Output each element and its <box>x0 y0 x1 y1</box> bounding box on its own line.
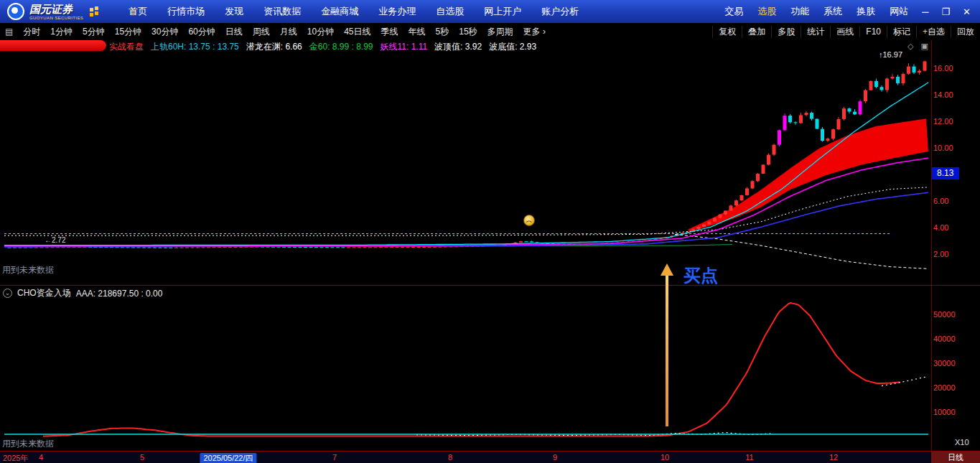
axis-tick-7: 7 <box>332 453 337 462</box>
current-price-badge: 8.13 <box>931 167 959 179</box>
tool-item-叠加[interactable]: 叠加 <box>742 26 771 38</box>
brand-name: 国元证券 <box>29 4 83 14</box>
nav-item-金融商城[interactable]: 金融商城 <box>311 5 368 18</box>
tool-item-标记[interactable]: 标记 <box>887 26 916 38</box>
indicator-value-0: 实战看盘 <box>109 42 144 52</box>
axis-tick-11: 11 <box>745 453 753 462</box>
period-item-30分钟[interactable]: 30分钟 <box>146 26 183 38</box>
period-item-日线[interactable]: 日线 <box>220 26 248 38</box>
right-nav-item-功能[interactable]: 功能 <box>783 5 816 18</box>
cho-toggle-icon[interactable]: ⌄ <box>3 289 12 298</box>
period-item-月线[interactable]: 月线 <box>275 26 302 38</box>
period-item-分时[interactable]: 分时 <box>18 26 45 38</box>
period-item-周线[interactable]: 周线 <box>248 26 275 38</box>
right-nav-item-系统[interactable]: 系统 <box>816 5 849 18</box>
period-toolbar: ▤ 分时1分钟5分钟15分钟30分钟60分钟日线周线月线10分钟45日线季线年线… <box>0 23 980 41</box>
right-nav-item-选股[interactable]: 选股 <box>750 5 783 18</box>
period-item-1分钟[interactable]: 1分钟 <box>45 26 78 38</box>
axis-tick-12: 12 <box>829 453 838 462</box>
tool-item-F10[interactable]: F10 <box>859 27 887 37</box>
titlebar: 国元证券 GUOYUAN SECURITIES 首页行情市场发现资讯数据金融商城… <box>0 0 980 23</box>
tool-item-多股[interactable]: 多股 <box>771 26 801 38</box>
tool-item-统计[interactable]: 统计 <box>801 26 830 38</box>
brand-subtitle: GUOYUAN SECURITIES <box>29 16 83 20</box>
axis-tick-4: 4 <box>39 453 43 462</box>
main-nav: 首页行情市场发现资讯数据金融商城业务办理自选股网上开户账户分析 <box>118 5 589 18</box>
price-tick-12.00: 12.00 <box>933 117 975 126</box>
main-chart-panel[interactable]: 实战看盘上轨60H: 13.75 : 13.75潜龙在渊: 6.66金60: 8… <box>0 40 980 285</box>
tool-item-回放[interactable]: 回放 <box>951 26 980 38</box>
axis-separator-line <box>931 40 932 451</box>
right-nav-item-网站[interactable]: 网站 <box>882 5 915 18</box>
period-item-年线[interactable]: 年线 <box>403 26 431 38</box>
cho-tick-20000: 20000 <box>933 383 975 392</box>
right-nav-item-交易[interactable]: 交易 <box>717 5 750 18</box>
maximize-button[interactable]: ❐ <box>935 6 956 17</box>
chart-corner-icons: ◇ ▣ <box>902 42 928 51</box>
cho-tick-40000: 40000 <box>933 335 975 343</box>
period-item-15分钟[interactable]: 15分钟 <box>110 26 146 38</box>
time-axis-bar: 2025年 452025/05/22/四789101112 日线 <box>0 451 980 463</box>
brand: 国元证券 GUOYUAN SECURITIES <box>0 3 107 20</box>
minimize-button[interactable]: ─ <box>915 6 935 17</box>
document-icon[interactable]: ▤ <box>0 27 18 37</box>
period-item-5秒[interactable]: 5秒 <box>431 26 454 38</box>
indicator-value-5: 波顶值: 3.92 <box>434 42 482 52</box>
axis-year-label: 2025年 <box>3 453 28 463</box>
right-nav: 交易选股功能系统换肤网站 <box>717 5 915 18</box>
indicator-value-4: 妖线11: 1.11 <box>381 42 428 52</box>
close-button[interactable]: ✕ <box>956 6 977 17</box>
future-data-note-cho: 用到未来数据 <box>2 438 54 450</box>
cho-chart-canvas[interactable] <box>0 286 980 452</box>
period-item-15秒[interactable]: 15秒 <box>454 26 482 38</box>
nav-item-资讯数据[interactable]: 资讯数据 <box>253 5 311 18</box>
period-item-更多 ›[interactable]: 更多 › <box>518 26 551 38</box>
period-item-多周期[interactable]: 多周期 <box>482 26 518 38</box>
cho-indicator-panel[interactable]: ⌄ CHO资金入场 AAA: 218697.50 : 0.00 50000400… <box>0 285 980 451</box>
period-item-60分钟[interactable]: 60分钟 <box>183 26 220 38</box>
price-tick-14.00: 14.00 <box>933 90 975 99</box>
period-item-季线[interactable]: 季线 <box>376 26 403 38</box>
period-item-5分钟[interactable]: 5分钟 <box>78 26 110 38</box>
cho-header: ⌄ CHO资金入场 AAA: 218697.50 : 0.00 <box>3 287 162 299</box>
price-tick-10.00: 10.00 <box>933 144 975 152</box>
nav-item-业务办理[interactable]: 业务办理 <box>368 5 426 18</box>
buy-point-arrow-line <box>666 276 668 426</box>
period-item-45日线[interactable]: 45日线 <box>339 26 375 38</box>
price-tick-16.00: 16.00 <box>933 64 975 73</box>
axis-tick-10: 10 <box>661 453 669 462</box>
nav-item-发现[interactable]: 发现 <box>215 5 253 18</box>
panel-layout-icon[interactable]: ▣ <box>921 42 928 50</box>
axis-tick-5: 5 <box>140 453 144 462</box>
indicator-header: 实战看盘上轨60H: 13.75 : 13.75潜龙在渊: 6.66金60: 8… <box>109 41 543 53</box>
tool-item-复权[interactable]: 复权 <box>712 26 742 38</box>
price-chart-canvas[interactable] <box>0 40 980 285</box>
axis-tick-2025/05/22/四[interactable]: 2025/05/22/四 <box>200 453 256 463</box>
right-nav-item-换肤[interactable]: 换肤 <box>849 5 882 18</box>
tool-item-画线[interactable]: 画线 <box>830 26 859 38</box>
indicator-value-2: 潜龙在渊: 6.66 <box>246 42 302 52</box>
period-item-10分钟[interactable]: 10分钟 <box>302 26 339 38</box>
tool-item-+自选[interactable]: +自选 <box>916 26 951 38</box>
cho-scale-label: X10 <box>955 438 969 446</box>
buy-point-label: 买点 <box>683 264 718 287</box>
nav-item-账户分析[interactable]: 账户分析 <box>531 5 589 18</box>
diamond-icon[interactable]: ◇ <box>907 42 913 50</box>
high-price-label: ↑16.97 <box>879 50 902 59</box>
indicator-value-6: 波底值: 2.93 <box>489 42 536 52</box>
future-data-note-main: 用到未来数据 <box>2 264 54 276</box>
cho-tick-10000: 10000 <box>933 408 975 416</box>
indicator-value-3: 金60: 8.99 : 8.99 <box>309 42 373 52</box>
window-controls: ─ ❐ ✕ <box>915 6 977 17</box>
buy-point-arrow-icon <box>661 263 673 276</box>
coin-marker-icon[interactable]: ︿ <box>523 215 535 226</box>
price-tick-6.00: 6.00 <box>933 197 975 205</box>
left-price-marker: ←2.72 <box>45 236 65 244</box>
cho-value: AAA: 218697.50 : 0.00 <box>76 289 163 299</box>
nav-item-自选股[interactable]: 自选股 <box>426 5 474 18</box>
axis-period-label[interactable]: 日线 <box>931 452 980 463</box>
nav-item-网上开户[interactable]: 网上开户 <box>474 5 531 18</box>
indicator-value-1: 上轨60H: 13.75 : 13.75 <box>151 42 239 52</box>
nav-item-行情市场[interactable]: 行情市场 <box>157 5 215 18</box>
nav-item-首页[interactable]: 首页 <box>118 5 157 18</box>
